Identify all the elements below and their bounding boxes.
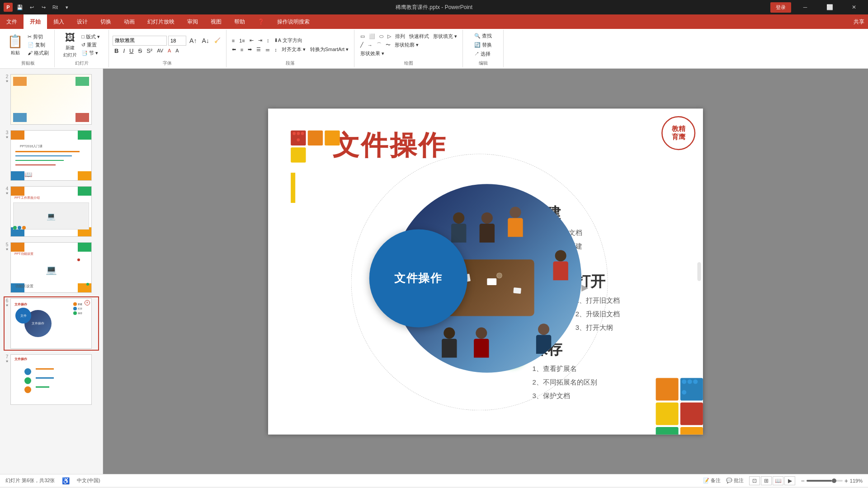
normal-view-btn[interactable]: ⊡: [749, 476, 760, 485]
zoom-out-btn[interactable]: −: [801, 477, 804, 484]
login-button[interactable]: 登录: [770, 2, 791, 13]
line-btn[interactable]: ╱: [359, 42, 365, 48]
bold-btn[interactable]: B: [113, 47, 120, 55]
format-painter-btn[interactable]: 🖌 格式刷: [26, 49, 51, 57]
columns-btn[interactable]: ⫶: [265, 38, 271, 44]
reading-view-btn[interactable]: 📖: [773, 476, 783, 485]
slide-img-4: PPT工作界面介绍 💻: [10, 186, 92, 237]
slide-img-3: PPT2016入门课 📖: [10, 130, 92, 181]
section-btn[interactable]: 📑 节 ▾: [80, 49, 102, 57]
paste-btn[interactable]: 📋粘贴: [5, 33, 25, 57]
slide-thumb-7[interactable]: 7 ★ 文件操作: [4, 352, 99, 407]
font-color-btn[interactable]: A: [166, 47, 173, 54]
char-spacing-btn[interactable]: AV: [155, 47, 165, 54]
open-items: 1、打开旧文档 2、升级旧文档 3、打开大纲: [576, 294, 620, 334]
strikethrough-btn[interactable]: S: [136, 47, 144, 55]
shape-rect2-btn[interactable]: ⬜: [367, 33, 377, 40]
align-left-btn[interactable]: ⬅: [230, 46, 238, 53]
minimize-btn[interactable]: ─: [795, 0, 816, 14]
slide-thumb-4[interactable]: 4 ★ PPT工作界面介绍 💻: [4, 184, 99, 239]
replace-btn[interactable]: 🔄 替换: [472, 41, 494, 49]
increase-indent-btn[interactable]: ⇥: [256, 37, 264, 44]
shape-circle-btn[interactable]: ⬭: [377, 33, 385, 40]
align-center-btn[interactable]: ≡: [239, 47, 245, 53]
select-btn[interactable]: ↗ 选择: [472, 50, 494, 58]
slide-sorter-btn[interactable]: ⊞: [761, 476, 772, 485]
new-slide-btn[interactable]: 🖼 新建 幻灯片: [61, 31, 79, 59]
tab-slideshow[interactable]: 幻灯片放映: [141, 14, 181, 29]
reset-btn[interactable]: ↺ 重置: [80, 41, 102, 49]
shape-rect-btn[interactable]: ▭: [359, 33, 367, 40]
quick-style-btn[interactable]: 快速样式: [407, 33, 431, 40]
slide-thumb-3[interactable]: 3 ★ PPT2016入门课 📖: [4, 128, 99, 183]
search-operations[interactable]: 操作说明搜索: [271, 14, 316, 29]
increase-font-btn[interactable]: A↑: [188, 37, 198, 45]
numbering-btn[interactable]: 1≡: [237, 38, 247, 44]
curve-btn[interactable]: ⌒: [375, 41, 383, 49]
notes-btn[interactable]: 📝 备注: [703, 477, 721, 484]
slideshow-btn[interactable]: ▶: [784, 476, 795, 485]
arrange-btn[interactable]: 排列: [393, 33, 407, 40]
save-quick-btn[interactable]: 💾: [14, 2, 25, 13]
undo-btn[interactable]: ↩: [26, 2, 37, 13]
redo-btn[interactable]: ↪: [38, 2, 49, 13]
shape-effect-btn[interactable]: 形状效果 ▾: [359, 50, 386, 57]
slide-thumb-5[interactable]: 5 ★ PPT功能设置 💻 功能区设置: [4, 240, 99, 295]
tab-help[interactable]: 帮助: [228, 14, 251, 29]
underline-btn[interactable]: U: [127, 47, 135, 55]
tab-animations[interactable]: 动画: [118, 14, 141, 29]
zoom-in-btn[interactable]: +: [844, 477, 848, 484]
find-btn[interactable]: 🔍 查找: [472, 32, 494, 40]
highlight-btn[interactable]: A: [174, 47, 180, 54]
slide-title-area: 文件操作: [291, 127, 447, 164]
slide-star-4: ★: [5, 191, 9, 195]
cut-btn[interactable]: ✂ 剪切: [26, 33, 51, 41]
layout-btn[interactable]: □ 版式 ▾: [80, 33, 102, 41]
align-distribute-btn[interactable]: ⚌: [264, 46, 272, 53]
tab-help-icon[interactable]: ❓: [251, 14, 271, 29]
share-label[interactable]: 共享: [854, 18, 864, 26]
bullets-btn[interactable]: ≡: [230, 38, 236, 44]
font-size-input[interactable]: [168, 36, 186, 46]
italic-btn[interactable]: I: [121, 47, 127, 55]
lego-bottom-right: [627, 374, 703, 435]
freeform-btn[interactable]: 〜: [384, 41, 392, 49]
align-text-btn[interactable]: 对齐文本 ▾: [280, 46, 307, 53]
copy-btn[interactable]: 📄 复制: [26, 41, 51, 49]
tab-file[interactable]: 文件: [0, 14, 24, 29]
tab-view[interactable]: 视图: [204, 14, 228, 29]
line-spacing-btn[interactable]: ↕: [273, 47, 279, 53]
font-name-input[interactable]: [113, 36, 167, 46]
ribbon-group-slides: 🖼 新建 幻灯片 □ 版式 ▾ ↺ 重置 📑 节 ▾ 幻灯片: [55, 30, 109, 67]
zoom-slider[interactable]: [807, 480, 843, 482]
clear-format-btn[interactable]: 🧹: [212, 37, 222, 44]
comments-label: 批注: [734, 477, 744, 484]
customize-qa-btn[interactable]: ▾: [61, 2, 72, 13]
comments-btn[interactable]: 💬 批注: [726, 477, 744, 484]
notes-label: 备注: [711, 477, 721, 484]
shadow-btn[interactable]: S²: [145, 47, 154, 55]
text-direction-btn[interactable]: ⬇A 文字方向: [272, 37, 304, 44]
slide-thumb-2[interactable]: 2 ★: [4, 72, 99, 127]
tab-home[interactable]: 开始: [24, 14, 47, 29]
align-right-btn[interactable]: ➡: [246, 46, 254, 53]
section-open: 📂 打开 1、打开旧文档 2、升级旧文档 3、打开大纲: [576, 271, 620, 334]
tab-transitions[interactable]: 切换: [94, 14, 118, 29]
shape-outline-btn[interactable]: 形状轮廓 ▾: [393, 41, 420, 49]
rit-btn[interactable]: Rit: [50, 2, 61, 13]
justify-btn[interactable]: ☰: [255, 46, 263, 53]
shape-tri-btn[interactable]: ▷: [386, 33, 393, 40]
slide-thumb-6[interactable]: 6 ★ ✕ 文件操作 文件操作 文件 新建 打开 保存: [4, 296, 99, 351]
decrease-font-btn[interactable]: A↓: [200, 37, 211, 45]
tab-review[interactable]: 审阅: [181, 14, 204, 29]
arrow-btn[interactable]: →: [366, 42, 374, 48]
restore-btn[interactable]: ⬜: [819, 0, 840, 14]
tab-design[interactable]: 设计: [71, 14, 94, 29]
close-btn[interactable]: ✕: [844, 0, 864, 14]
shape-fill-btn[interactable]: 形状填充 ▾: [431, 33, 459, 40]
tab-insert[interactable]: 插入: [47, 14, 71, 29]
main-area: 2 ★ 3 ★: [0, 69, 868, 474]
smartart-btn[interactable]: 转换为SmartArt ▾: [308, 46, 350, 53]
decrease-indent-btn[interactable]: ⇤: [248, 37, 255, 44]
slide-img-7: 文件操作: [10, 354, 92, 405]
